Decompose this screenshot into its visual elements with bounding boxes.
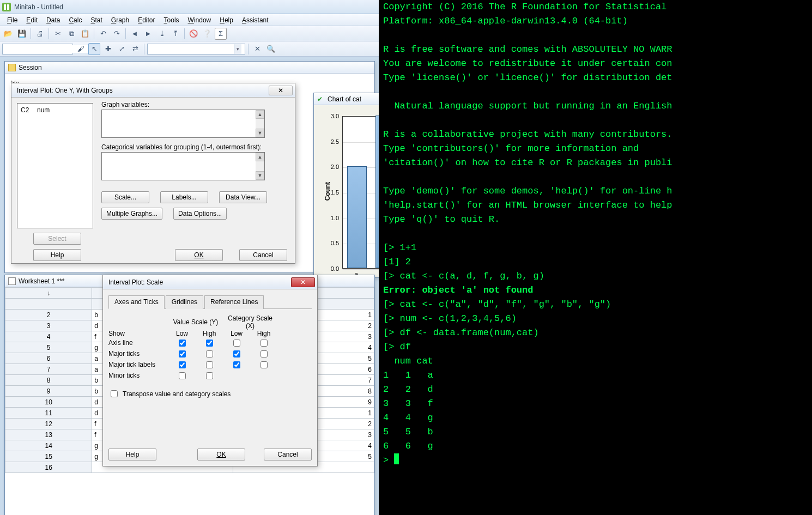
menu-edit[interactable]: Edit [22,15,41,25]
row-index[interactable]: 9 [5,386,92,397]
row-index[interactable]: 11 [5,408,92,419]
chart-window[interactable]: Chart of cat Count 0.00.51.01.52.02.53.0… [313,93,379,278]
scale-checkbox[interactable] [206,372,213,379]
paste-icon[interactable]: 📋 [79,28,91,40]
scrollbar[interactable]: ▲ ▼ [256,153,264,180]
transpose-checkbox[interactable] [111,390,118,397]
scale-checkbox[interactable] [233,340,240,347]
row-index[interactable]: 2 [5,310,92,320]
row-index[interactable]: 12 [5,419,92,429]
scroll-up-icon[interactable]: ▲ [256,153,264,161]
interval-plot-dialog[interactable]: Interval Plot: One Y, With Groups ✕ C2nu… [11,83,295,264]
help-icon[interactable]: ❔ [201,28,213,40]
open-icon[interactable]: 📂 [2,28,14,40]
brush-icon[interactable]: 🖌 [75,43,87,55]
ok-button[interactable]: OK [175,249,223,261]
scrollbar[interactable]: ▲ ▼ [256,110,264,137]
cancel-button[interactable]: Cancel [239,249,287,261]
scale-checkbox[interactable] [233,350,240,358]
scale-checkbox[interactable] [179,372,186,379]
scale-button[interactable]: Scale... [101,191,149,203]
menu-graph[interactable]: Graph [107,15,133,25]
row-index[interactable]: 10 [5,397,92,408]
scale-checkbox[interactable] [179,340,186,347]
scale-checkbox[interactable] [206,361,213,368]
undo-icon[interactable]: ↶ [97,28,109,40]
zoom-icon[interactable]: ⤢ [116,43,128,55]
help-button[interactable]: Help [33,249,81,261]
variable-list-item[interactable]: C2num [21,106,89,114]
row-index[interactable]: 15 [5,451,92,462]
nav-back-icon[interactable]: ◄ [129,28,141,40]
close-button[interactable]: ✕ [291,277,315,287]
search-icon[interactable]: 🔍 [265,43,277,55]
multiple-graphs-button[interactable]: Multiple Graphs... [101,208,162,220]
categorical-variables-input[interactable]: ▲ ▼ [101,152,265,180]
menu-help[interactable]: Help [216,15,237,25]
graph-variables-input[interactable]: ▲ ▼ [101,110,265,138]
row-index[interactable]: 4 [5,331,92,342]
scroll-down-icon[interactable]: ▼ [256,171,264,180]
variable-list[interactable]: C2num [17,103,93,228]
sigma-icon[interactable]: Σ [215,28,227,40]
menu-editor[interactable]: Editor [134,15,159,25]
scale-dialog[interactable]: Interval Plot: Scale ✕ Axes and TicksGri… [102,275,318,466]
scale-dialog-titlebar[interactable]: Interval Plot: Scale ✕ [103,275,317,289]
menu-tools[interactable]: Tools [160,15,183,25]
row-index[interactable]: 6 [5,353,92,364]
data-view-button[interactable]: Data View... [219,191,267,203]
help-button[interactable]: Help [108,449,156,461]
find-prev-icon[interactable]: ⤒ [169,28,181,40]
scale-checkbox[interactable] [179,350,186,358]
save-icon[interactable]: 💾 [16,28,28,40]
variable-combo[interactable]: ▾ [2,44,73,54]
tab-reference-lines[interactable]: Reference Lines [204,295,264,309]
scale-checkbox[interactable] [260,361,268,368]
cancel-icon[interactable]: 🚫 [187,28,199,40]
menu-file[interactable]: File [3,15,21,25]
nav-fwd-icon[interactable]: ► [142,28,154,40]
r-terminal[interactable]: Copyright (C) 2016 The R Foundation for … [379,0,812,515]
redo-icon[interactable]: ↷ [111,28,123,40]
cancel-button[interactable]: Cancel [264,449,312,461]
scale-checkbox[interactable] [233,361,240,368]
data-options-button[interactable]: Data Options... [173,208,227,220]
transpose-checkbox-row[interactable]: Transpose value and category scales [108,389,312,399]
crosshair-icon[interactable]: ✚ [102,43,114,55]
interval-plot-dialog-titlebar[interactable]: Interval Plot: One Y, With Groups ✕ [11,83,295,98]
menu-calc[interactable]: Calc [65,15,86,25]
ok-button[interactable]: OK [197,449,245,461]
pointer-icon[interactable]: ↖ [88,43,100,55]
scale-checkbox[interactable] [206,350,213,358]
session-window-titlebar[interactable]: Session [5,62,374,74]
scale-checkbox[interactable] [206,340,213,347]
scale-checkbox[interactable] [260,340,268,347]
close-button[interactable]: ✕ [269,86,293,95]
scroll-up-icon[interactable]: ▲ [256,110,264,119]
chart-window-titlebar[interactable]: Chart of cat [314,93,379,105]
row-index[interactable]: 14 [5,440,92,451]
cut-icon[interactable]: ✂ [52,28,64,40]
zoom-combo-input[interactable] [148,45,234,53]
labels-button[interactable]: Labels... [160,191,208,203]
row-index[interactable]: 5 [5,342,92,353]
close-icon[interactable]: ✕ [251,43,263,55]
chevron-down-icon[interactable]: ▾ [234,44,241,54]
row-corner[interactable]: ↓ [5,288,92,299]
row-index[interactable]: 16 [5,462,92,473]
row-index[interactable]: 13 [5,429,92,440]
scale-checkbox[interactable] [260,350,268,358]
menu-window[interactable]: Window [184,15,215,25]
scale-checkbox[interactable] [179,361,186,368]
menu-stat[interactable]: Stat [87,15,106,25]
scroll-down-icon[interactable]: ▼ [256,129,264,137]
copy-icon[interactable]: ⧉ [65,28,77,40]
print-icon[interactable]: 🖨 [34,28,46,40]
menu-data[interactable]: Data [43,15,64,25]
pan-icon[interactable]: ⇄ [129,43,141,55]
tab-axes-and-ticks[interactable]: Axes and Ticks [108,295,165,309]
row-index[interactable]: 8 [5,375,92,386]
row-index[interactable]: 3 [5,320,92,331]
select-button[interactable]: Select [33,233,81,245]
zoom-combo[interactable]: ▾ [147,44,245,54]
